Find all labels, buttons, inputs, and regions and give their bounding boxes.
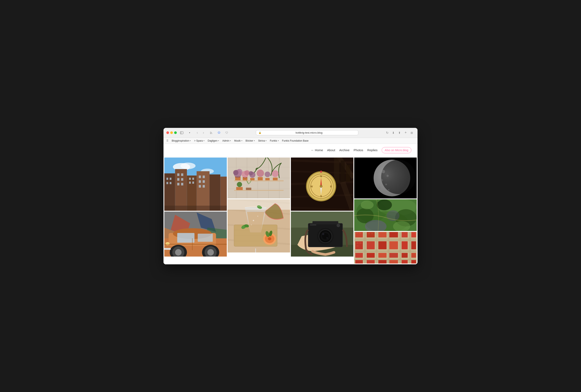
svg-point-110: [257, 216, 258, 216]
svg-rect-219: [378, 260, 386, 263]
bookmark-funkis[interactable]: Funkis ▾: [270, 139, 278, 142]
svg-rect-197: [371, 233, 373, 234]
reload-button[interactable]: ↻: [384, 130, 390, 136]
photo-greenhouse[interactable]: [228, 158, 290, 198]
svg-rect-211: [355, 253, 363, 258]
svg-point-142: [320, 171, 322, 173]
svg-point-83: [272, 170, 279, 177]
svg-rect-206: [367, 241, 375, 249]
browser-window: ▾ ‹ › 🛡 🔒 ↻ ⬇ ⬆ + ⊞: [164, 128, 418, 264]
chevron-down-icon: ▾: [190, 140, 191, 142]
bookmarks-bar: ⠿ Blogginspiration ▾ > Spara ▾ Dagligen …: [164, 138, 418, 144]
photos-link[interactable]: Photos: [354, 148, 363, 152]
home-link[interactable]: ← Home: [311, 148, 323, 152]
svg-rect-209: [402, 241, 408, 249]
bookmark-musik[interactable]: Musik ▾: [234, 139, 242, 142]
new-tab-button[interactable]: +: [403, 130, 408, 136]
photo-column-2: [228, 158, 290, 263]
chevron-down-icon: ▾: [218, 140, 219, 142]
photo-cocktail[interactable]: [228, 199, 290, 252]
bookmark-spara[interactable]: > Spara ▾: [194, 139, 204, 142]
forward-button[interactable]: ›: [200, 130, 206, 136]
shield-icon[interactable]: 🛡: [224, 130, 230, 136]
archive-link[interactable]: Archive: [339, 148, 350, 152]
svg-rect-15: [166, 182, 168, 184]
about-link[interactable]: About: [327, 148, 335, 152]
apps-grid-icon[interactable]: ⠿: [166, 139, 168, 142]
chevron-down-icon: ▾: [230, 140, 231, 142]
svg-rect-190: [400, 232, 401, 263]
svg-text:W: W: [310, 185, 313, 188]
svg-rect-220: [389, 260, 398, 263]
svg-rect-222: [411, 260, 416, 263]
svg-rect-27: [199, 175, 201, 178]
svg-rect-194: [359, 233, 361, 234]
svg-rect-203: [356, 242, 359, 244]
photo-buildings[interactable]: [164, 158, 227, 211]
photo-aerial-green[interactable]: [354, 199, 417, 231]
svg-point-160: [336, 224, 340, 227]
minimize-button[interactable]: [170, 131, 173, 134]
svg-rect-216: [411, 253, 416, 258]
svg-point-2: [210, 133, 210, 134]
svg-rect-195: [367, 232, 375, 237]
sidebar-toggle-button[interactable]: [179, 130, 184, 136]
bookmark-blogginspiration[interactable]: Blogginspiration ▾: [172, 139, 191, 142]
photo-column-1: [164, 158, 227, 263]
svg-point-156: [322, 233, 324, 235]
photo-aerial-red[interactable]: [354, 232, 417, 263]
svg-rect-80: [265, 178, 270, 181]
address-bar[interactable]: 🔒: [256, 130, 358, 135]
svg-rect-51: [164, 248, 171, 250]
svg-rect-198: [378, 232, 386, 237]
svg-point-50: [207, 249, 214, 255]
back-button[interactable]: ‹: [194, 130, 200, 136]
share-button[interactable]: ⬆: [396, 130, 402, 136]
bookmark-funkis-foundation[interactable]: Funkis Foundation Base: [282, 139, 308, 142]
extensions-button[interactable]: [216, 130, 222, 136]
svg-rect-87: [246, 188, 251, 190]
photo-compass[interactable]: N S W E: [291, 158, 354, 211]
svg-point-79: [257, 169, 264, 177]
bookmark-dagligen[interactable]: Dagligen ▾: [208, 139, 219, 142]
svg-rect-213: [378, 253, 386, 258]
svg-point-47: [175, 249, 182, 255]
svg-point-171: [374, 160, 410, 196]
chevron-down-icon[interactable]: ▾: [187, 130, 192, 136]
rss-button[interactable]: [208, 130, 214, 136]
traffic-lights: [166, 131, 177, 134]
svg-rect-221: [402, 260, 408, 263]
url-input[interactable]: [263, 131, 356, 134]
photo-car[interactable]: [164, 211, 227, 257]
maximize-button[interactable]: [174, 131, 177, 134]
svg-rect-30: [202, 180, 205, 183]
close-button[interactable]: [166, 131, 169, 134]
svg-rect-201: [411, 232, 416, 237]
svg-rect-212: [367, 253, 375, 258]
browser-toolbar: ▾ ‹ › 🛡 🔒 ↻ ⬇ ⬆ + ⊞: [164, 128, 418, 138]
svg-point-70: [233, 170, 238, 175]
toolbar-right: ↻ ⬇ ⬆ + ⊞: [384, 130, 415, 136]
svg-rect-18: [181, 173, 183, 176]
chevron-down-icon: ▾: [278, 140, 279, 142]
photo-moon[interactable]: [354, 158, 417, 198]
tab-grid-button[interactable]: ⊞: [409, 130, 415, 136]
bookmark-bocker[interactable]: Böcker ▾: [246, 139, 255, 142]
svg-rect-218: [367, 260, 375, 263]
bookmark-admin[interactable]: Admin ▾: [222, 139, 231, 142]
svg-rect-82: [273, 177, 278, 180]
bookmark-skriva[interactable]: Skriva ▾: [258, 139, 266, 142]
svg-rect-193: [356, 233, 358, 234]
svg-rect-11: [210, 174, 220, 210]
svg-rect-122: [340, 160, 345, 182]
svg-rect-188: [376, 232, 377, 263]
also-on-microblog-button[interactable]: Also on Micro.blog: [382, 147, 411, 153]
photo-camera[interactable]: PENTAX: [291, 211, 354, 257]
svg-rect-208: [389, 241, 398, 249]
svg-rect-32: [202, 185, 205, 188]
svg-rect-161: [310, 224, 316, 225]
svg-point-109: [253, 220, 254, 221]
svg-point-178: [377, 199, 392, 210]
replies-link[interactable]: Replies: [367, 148, 378, 152]
download-button[interactable]: ⬇: [390, 130, 396, 136]
